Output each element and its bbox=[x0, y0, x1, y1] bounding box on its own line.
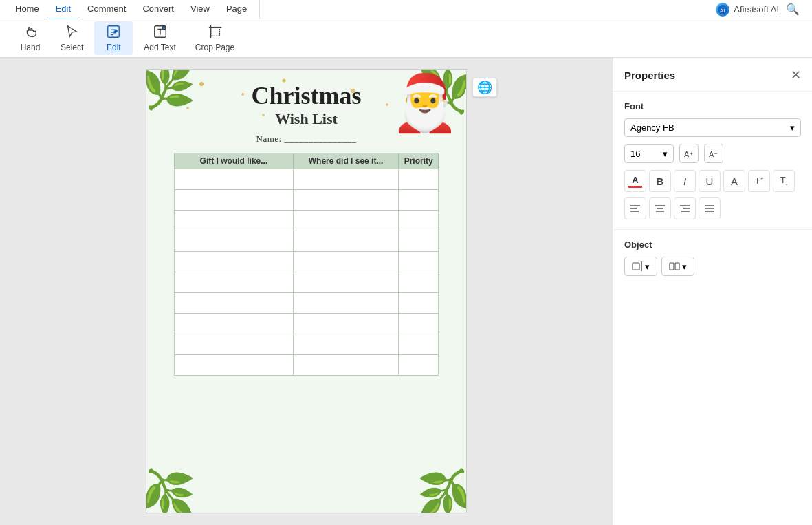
table-row[interactable] bbox=[175, 190, 439, 211]
table-cell[interactable] bbox=[175, 293, 294, 314]
search-button[interactable]: 🔍 bbox=[782, 1, 804, 17]
table-cell[interactable] bbox=[293, 334, 399, 355]
font-family-select[interactable]: Agency FB ▾ bbox=[624, 118, 801, 137]
panel-header: Properties ✕ bbox=[613, 58, 812, 92]
font-color-button[interactable]: A bbox=[624, 170, 646, 192]
document-canvas[interactable]: 🌿 🌿 🌿 🌿 bbox=[146, 69, 467, 513]
table-cell[interactable] bbox=[399, 252, 439, 272]
table-cell[interactable] bbox=[399, 334, 439, 355]
underline-button[interactable]: U bbox=[699, 170, 721, 192]
table-cell[interactable] bbox=[293, 211, 399, 231]
table-cell[interactable] bbox=[399, 190, 439, 211]
table-row[interactable] bbox=[175, 293, 439, 314]
table-cell[interactable] bbox=[293, 169, 399, 190]
table-cell[interactable] bbox=[175, 334, 294, 355]
nav-home[interactable]: Home bbox=[8, 0, 46, 20]
nav-edit[interactable]: Edit bbox=[49, 0, 78, 20]
svg-rect-2 bbox=[108, 26, 120, 38]
col-header-gift: Gift I would like... bbox=[175, 153, 294, 169]
italic-button[interactable]: I bbox=[674, 170, 696, 192]
nav-comment[interactable]: Comment bbox=[80, 0, 133, 20]
translate-icon: 🌐 bbox=[477, 80, 492, 95]
font-size-select[interactable]: 16 ▾ bbox=[624, 144, 674, 163]
select-tool-button[interactable]: Select bbox=[52, 21, 91, 55]
align-center-button[interactable] bbox=[649, 197, 671, 219]
object-section-title: Object bbox=[624, 239, 801, 250]
table-row[interactable] bbox=[175, 272, 439, 293]
user-account[interactable]: AI Afirstsoft AI bbox=[716, 3, 779, 17]
hand-tool-button[interactable]: Hand bbox=[11, 21, 50, 55]
align-right-button[interactable] bbox=[674, 197, 696, 219]
table-cell[interactable] bbox=[293, 314, 399, 334]
table-cell[interactable] bbox=[175, 272, 294, 293]
table-cell[interactable] bbox=[399, 272, 439, 293]
table-row[interactable] bbox=[175, 211, 439, 231]
svg-text:−: − bbox=[714, 151, 718, 157]
table-cell[interactable] bbox=[175, 190, 294, 211]
table-cell[interactable] bbox=[399, 211, 439, 231]
svg-rect-38 bbox=[675, 263, 679, 270]
superscript-button[interactable]: T+ bbox=[748, 170, 770, 192]
table-cell[interactable] bbox=[175, 252, 294, 272]
table-cell[interactable] bbox=[293, 190, 399, 211]
table-cell[interactable] bbox=[399, 169, 439, 190]
table-cell[interactable] bbox=[175, 314, 294, 334]
table-cell[interactable] bbox=[293, 355, 399, 376]
table-row[interactable] bbox=[175, 169, 439, 190]
table-row[interactable] bbox=[175, 231, 439, 252]
object-align-button[interactable]: ▾ bbox=[624, 257, 657, 276]
align-left-button[interactable] bbox=[624, 197, 646, 219]
table-cell[interactable] bbox=[293, 231, 399, 252]
table-row[interactable] bbox=[175, 252, 439, 272]
table-cell[interactable] bbox=[399, 355, 439, 376]
table-cell[interactable] bbox=[175, 231, 294, 252]
object-buttons-row: ▾ ▾ bbox=[624, 257, 801, 276]
crop-icon bbox=[208, 24, 223, 41]
table-row[interactable] bbox=[175, 334, 439, 355]
svg-text:+: + bbox=[690, 151, 693, 157]
svg-rect-8 bbox=[210, 28, 219, 36]
canvas-area[interactable]: 🌐 🌿 🌿 🌿 🌿 bbox=[0, 58, 613, 525]
font-family-row: Agency FB ▾ bbox=[624, 118, 801, 137]
table-cell[interactable] bbox=[175, 355, 294, 376]
translate-button[interactable]: 🌐 bbox=[472, 78, 497, 97]
font-shrink-button[interactable]: A − bbox=[704, 144, 723, 163]
main-area: 🌐 🌿 🌿 🌿 🌿 bbox=[0, 58, 812, 525]
nav-page[interactable]: Page bbox=[219, 0, 254, 20]
table-cell[interactable] bbox=[399, 231, 439, 252]
table-row[interactable] bbox=[175, 355, 439, 376]
table-cell[interactable] bbox=[293, 252, 399, 272]
font-grow-button[interactable]: A + bbox=[679, 144, 699, 163]
hand-icon bbox=[23, 24, 38, 41]
align-right-icon bbox=[679, 203, 690, 214]
decoration-bottom-left: 🌿 bbox=[146, 467, 196, 513]
strikethrough-button[interactable]: A bbox=[723, 170, 745, 192]
table-cell[interactable] bbox=[175, 211, 294, 231]
nav-view[interactable]: View bbox=[184, 0, 217, 20]
panel-close-button[interactable]: ✕ bbox=[791, 67, 801, 83]
ai-icon: AI bbox=[717, 4, 728, 15]
subscript-button[interactable]: T- bbox=[773, 170, 795, 192]
svg-text:A: A bbox=[684, 150, 690, 158]
strikethrough-icon: A bbox=[731, 175, 738, 187]
object-distribute-button[interactable]: ▾ bbox=[661, 257, 694, 276]
font-size-row: 16 ▾ A + A − bbox=[624, 144, 801, 163]
crop-page-tool-button[interactable]: Crop Page bbox=[187, 21, 243, 55]
font-shrink-icon: A − bbox=[707, 147, 720, 160]
nav-convert[interactable]: Convert bbox=[135, 0, 181, 20]
edit-tool-button[interactable]: Edit bbox=[94, 21, 133, 55]
table-cell[interactable] bbox=[399, 314, 439, 334]
table-cell[interactable] bbox=[293, 293, 399, 314]
font-family-chevron-icon: ▾ bbox=[790, 122, 795, 133]
bold-button[interactable]: B bbox=[649, 170, 671, 192]
table-cell[interactable] bbox=[175, 169, 294, 190]
table-cell[interactable] bbox=[293, 272, 399, 293]
table-cell[interactable] bbox=[399, 293, 439, 314]
add-text-tool-button[interactable]: Add Text bbox=[135, 21, 184, 55]
hand-tool-label: Hand bbox=[21, 43, 41, 52]
table-row[interactable] bbox=[175, 314, 439, 334]
align-justify-button[interactable] bbox=[699, 197, 721, 219]
nav-divider bbox=[259, 0, 260, 22]
main-toolbar: Hand Select Edit bbox=[0, 19, 812, 58]
object-align-icon bbox=[632, 261, 643, 272]
